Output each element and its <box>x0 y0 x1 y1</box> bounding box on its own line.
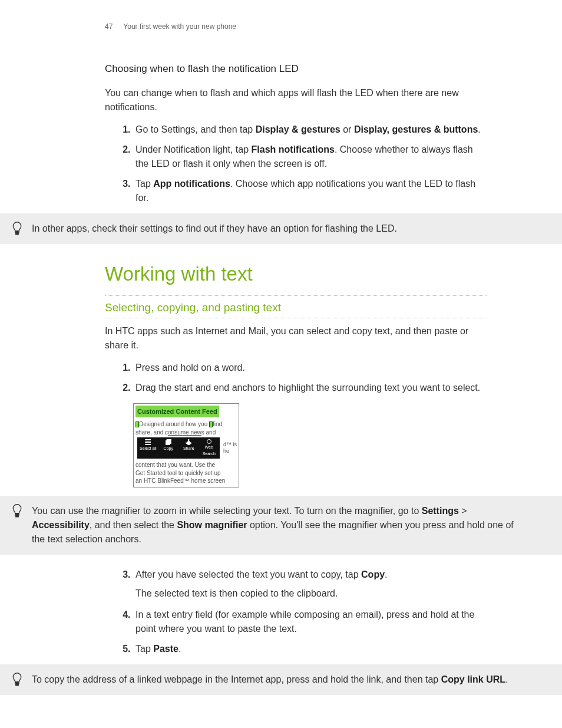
chapter-title: Your first week with your new phone <box>123 21 236 32</box>
list-item: Under Notification light, tap Flash noti… <box>133 143 487 171</box>
toolbar-selectall: Select all <box>138 439 158 457</box>
tip-copylink: To copy the address of a linked webpage … <box>0 664 562 695</box>
tip-led-text: In other apps, check their settings to f… <box>32 222 397 236</box>
tip-led: In other apps, check their settings to f… <box>0 213 562 244</box>
text-steps-b: After you have selected the text you wan… <box>105 568 487 656</box>
list-item: After you have selected the text you wan… <box>133 568 487 601</box>
list-item: Tap App notifications. Choose which app … <box>133 177 487 205</box>
context-toolbar: Select all Copy Share Web Search <box>137 437 220 459</box>
lightbulb-icon <box>12 222 22 236</box>
select-all-icon <box>145 439 151 445</box>
led-heading: Choosing when to flash the notification … <box>105 61 487 77</box>
lightbulb-icon <box>12 504 22 518</box>
tip-magnifier: You can use the magnifier to zoom in whi… <box>0 496 562 555</box>
list-item: Drag the start and end anchors to highli… <box>133 381 487 395</box>
toolbar-copy: Copy <box>159 439 178 457</box>
globe-icon <box>207 439 211 444</box>
divider <box>105 318 487 318</box>
led-steps: Go to Settings, and then tap Display & g… <box>105 123 487 205</box>
lightbulb-icon <box>12 673 22 687</box>
page-header: 47 Your first week with your new phone <box>28 21 534 61</box>
led-intro: You can change when to flash and which a… <box>105 86 487 114</box>
list-item: In a text entry field (for example while… <box>133 608 487 636</box>
section-subtitle: Selecting, copying, and pasting text <box>105 299 487 317</box>
text-steps-a: Press and hold on a word. Drag the start… <box>105 361 487 395</box>
copy-icon <box>166 439 171 445</box>
tip-magnifier-text: You can use the magnifier to zoom in whi… <box>32 504 515 546</box>
list-item: Tap Paste. <box>133 642 487 656</box>
text-intro: In HTC apps such as Internet and Mail, y… <box>105 324 487 353</box>
tip-copylink-text: To copy the address of a linked webpage … <box>32 673 508 687</box>
toolbar-websearch: Web Search <box>200 439 219 457</box>
text-selection-screenshot: Customized Content Feed Designed around … <box>133 403 239 487</box>
toolbar-share: Share <box>179 439 199 457</box>
share-icon <box>186 439 191 445</box>
list-item: Go to Settings, and then tap Display & g… <box>133 123 487 137</box>
list-item: Press and hold on a word. <box>133 361 487 375</box>
divider <box>105 295 487 296</box>
page-number: 47 <box>105 21 113 32</box>
section-title: Working with text <box>105 259 487 289</box>
